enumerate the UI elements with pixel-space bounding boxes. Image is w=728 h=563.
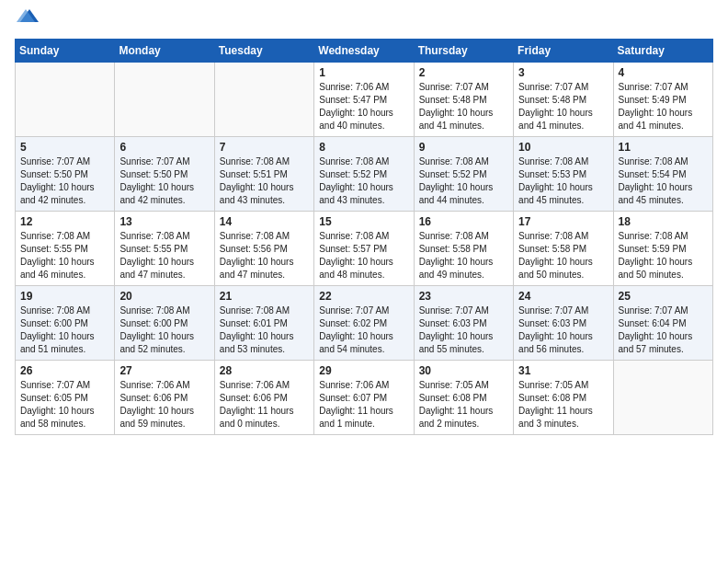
day-number: 10 [518,141,608,154]
logo-icon [17,6,39,28]
calendar-cell: 24Sunrise: 7:07 AM Sunset: 6:03 PM Dayli… [514,286,613,361]
day-number: 8 [319,141,408,154]
calendar-cell: 15Sunrise: 7:08 AM Sunset: 5:57 PM Dayli… [314,212,414,286]
day-info: Sunrise: 7:08 AM Sunset: 5:51 PM Dayligh… [220,155,309,207]
calendar-week-3: 12Sunrise: 7:08 AM Sunset: 5:55 PM Dayli… [16,212,713,286]
day-number: 12 [20,215,109,228]
day-info: Sunrise: 7:07 AM Sunset: 6:02 PM Dayligh… [319,304,408,356]
weekday-header-monday: Monday [115,40,214,63]
day-info: Sunrise: 7:07 AM Sunset: 6:05 PM Dayligh… [20,379,109,431]
day-info: Sunrise: 7:08 AM Sunset: 5:53 PM Dayligh… [518,155,608,207]
day-number: 13 [119,215,209,228]
day-info: Sunrise: 7:08 AM Sunset: 6:00 PM Dayligh… [119,304,209,356]
day-number: 14 [220,215,309,228]
calendar-cell: 25Sunrise: 7:07 AM Sunset: 6:04 PM Dayli… [613,286,712,361]
day-info: Sunrise: 7:08 AM Sunset: 5:58 PM Dayligh… [419,230,508,282]
day-info: Sunrise: 7:07 AM Sunset: 5:48 PM Dayligh… [419,81,508,132]
calendar-week-2: 5Sunrise: 7:07 AM Sunset: 5:50 PM Daylig… [16,137,713,212]
day-info: Sunrise: 7:06 AM Sunset: 6:07 PM Dayligh… [319,379,408,431]
day-number: 1 [319,66,408,79]
calendar-cell: 19Sunrise: 7:08 AM Sunset: 6:00 PM Dayli… [16,286,115,361]
day-number: 20 [119,290,209,303]
calendar-cell: 12Sunrise: 7:08 AM Sunset: 5:55 PM Dayli… [16,212,115,286]
calendar-week-4: 19Sunrise: 7:08 AM Sunset: 6:00 PM Dayli… [16,286,713,361]
calendar-cell: 10Sunrise: 7:08 AM Sunset: 5:53 PM Dayli… [514,137,613,212]
day-info: Sunrise: 7:05 AM Sunset: 6:08 PM Dayligh… [419,379,508,431]
day-info: Sunrise: 7:08 AM Sunset: 5:52 PM Dayligh… [319,155,408,207]
day-info: Sunrise: 7:08 AM Sunset: 5:56 PM Dayligh… [220,230,309,282]
day-info: Sunrise: 7:07 AM Sunset: 5:50 PM Dayligh… [119,155,209,207]
day-number: 25 [619,290,708,303]
day-info: Sunrise: 7:07 AM Sunset: 6:03 PM Dayligh… [419,304,508,356]
calendar-cell: 7Sunrise: 7:08 AM Sunset: 5:51 PM Daylig… [214,137,313,212]
day-info: Sunrise: 7:08 AM Sunset: 5:52 PM Dayligh… [419,155,508,207]
calendar-cell: 14Sunrise: 7:08 AM Sunset: 5:56 PM Dayli… [214,212,313,286]
calendar-cell: 31Sunrise: 7:05 AM Sunset: 6:08 PM Dayli… [514,361,613,435]
day-number: 22 [319,290,408,303]
logo [15,15,39,28]
day-info: Sunrise: 7:06 AM Sunset: 6:06 PM Dayligh… [220,379,309,431]
calendar-cell: 21Sunrise: 7:08 AM Sunset: 6:01 PM Dayli… [214,286,313,361]
weekday-header-thursday: Thursday [414,40,513,63]
calendar-cell: 8Sunrise: 7:08 AM Sunset: 5:52 PM Daylig… [314,137,414,212]
calendar-cell [16,63,115,137]
day-info: Sunrise: 7:07 AM Sunset: 6:04 PM Dayligh… [619,304,708,356]
day-info: Sunrise: 7:07 AM Sunset: 6:03 PM Dayligh… [518,304,608,356]
calendar-cell: 6Sunrise: 7:07 AM Sunset: 5:50 PM Daylig… [115,137,214,212]
day-number: 7 [220,141,309,154]
day-info: Sunrise: 7:06 AM Sunset: 6:06 PM Dayligh… [119,379,209,431]
calendar-cell: 29Sunrise: 7:06 AM Sunset: 6:07 PM Dayli… [314,361,414,435]
day-info: Sunrise: 7:08 AM Sunset: 5:54 PM Dayligh… [619,155,708,207]
day-info: Sunrise: 7:06 AM Sunset: 5:47 PM Dayligh… [319,81,408,132]
calendar-cell: 23Sunrise: 7:07 AM Sunset: 6:03 PM Dayli… [414,286,513,361]
day-number: 31 [518,364,608,377]
day-info: Sunrise: 7:08 AM Sunset: 6:00 PM Dayligh… [20,304,109,356]
day-number: 19 [20,290,109,303]
calendar-cell: 20Sunrise: 7:08 AM Sunset: 6:00 PM Dayli… [115,286,214,361]
page-header [15,15,713,28]
day-number: 4 [619,66,708,79]
calendar-week-1: 1Sunrise: 7:06 AM Sunset: 5:47 PM Daylig… [16,63,713,137]
calendar-cell: 26Sunrise: 7:07 AM Sunset: 6:05 PM Dayli… [16,361,115,435]
calendar-cell: 28Sunrise: 7:06 AM Sunset: 6:06 PM Dayli… [214,361,313,435]
calendar-cell: 18Sunrise: 7:08 AM Sunset: 5:59 PM Dayli… [613,212,712,286]
calendar-cell: 11Sunrise: 7:08 AM Sunset: 5:54 PM Dayli… [613,137,712,212]
day-info: Sunrise: 7:08 AM Sunset: 5:59 PM Dayligh… [619,230,708,282]
day-number: 15 [319,215,408,228]
calendar-cell: 27Sunrise: 7:06 AM Sunset: 6:06 PM Dayli… [115,361,214,435]
day-number: 18 [619,215,708,228]
calendar-cell: 3Sunrise: 7:07 AM Sunset: 5:48 PM Daylig… [514,63,613,137]
day-info: Sunrise: 7:08 AM Sunset: 5:57 PM Dayligh… [319,230,408,282]
weekday-header-wednesday: Wednesday [314,40,414,63]
day-number: 23 [419,290,508,303]
day-number: 9 [419,141,508,154]
calendar-cell [214,63,313,137]
calendar-table: SundayMondayTuesdayWednesdayThursdayFrid… [15,39,713,435]
day-number: 16 [419,215,508,228]
day-info: Sunrise: 7:07 AM Sunset: 5:49 PM Dayligh… [619,81,708,132]
day-number: 29 [319,364,408,377]
day-number: 24 [518,290,608,303]
day-number: 6 [119,141,209,154]
day-number: 3 [518,66,608,79]
calendar-cell: 22Sunrise: 7:07 AM Sunset: 6:02 PM Dayli… [314,286,414,361]
calendar-cell: 16Sunrise: 7:08 AM Sunset: 5:58 PM Dayli… [414,212,513,286]
calendar-cell [613,361,712,435]
day-number: 11 [619,141,708,154]
calendar-cell: 4Sunrise: 7:07 AM Sunset: 5:49 PM Daylig… [613,63,712,137]
calendar-cell: 1Sunrise: 7:06 AM Sunset: 5:47 PM Daylig… [314,63,414,137]
calendar-cell: 30Sunrise: 7:05 AM Sunset: 6:08 PM Dayli… [414,361,513,435]
day-info: Sunrise: 7:07 AM Sunset: 5:50 PM Dayligh… [20,155,109,207]
day-info: Sunrise: 7:08 AM Sunset: 6:01 PM Dayligh… [220,304,309,356]
calendar-cell: 2Sunrise: 7:07 AM Sunset: 5:48 PM Daylig… [414,63,513,137]
calendar-cell: 17Sunrise: 7:08 AM Sunset: 5:58 PM Dayli… [514,212,613,286]
day-info: Sunrise: 7:08 AM Sunset: 5:55 PM Dayligh… [119,230,209,282]
day-number: 27 [119,364,209,377]
day-number: 17 [518,215,608,228]
weekday-header-friday: Friday [514,40,613,63]
weekday-header-saturday: Saturday [613,40,712,63]
day-number: 21 [220,290,309,303]
day-info: Sunrise: 7:08 AM Sunset: 5:58 PM Dayligh… [518,230,608,282]
calendar-week-5: 26Sunrise: 7:07 AM Sunset: 6:05 PM Dayli… [16,361,713,435]
calendar-cell: 9Sunrise: 7:08 AM Sunset: 5:52 PM Daylig… [414,137,513,212]
